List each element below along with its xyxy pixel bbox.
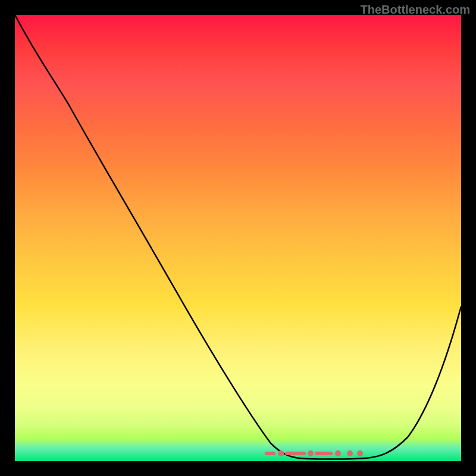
watermark-text: TheBottleneck.com bbox=[361, 3, 470, 17]
bottleneck-curve bbox=[15, 15, 461, 461]
chart-plot-area bbox=[15, 15, 461, 461]
